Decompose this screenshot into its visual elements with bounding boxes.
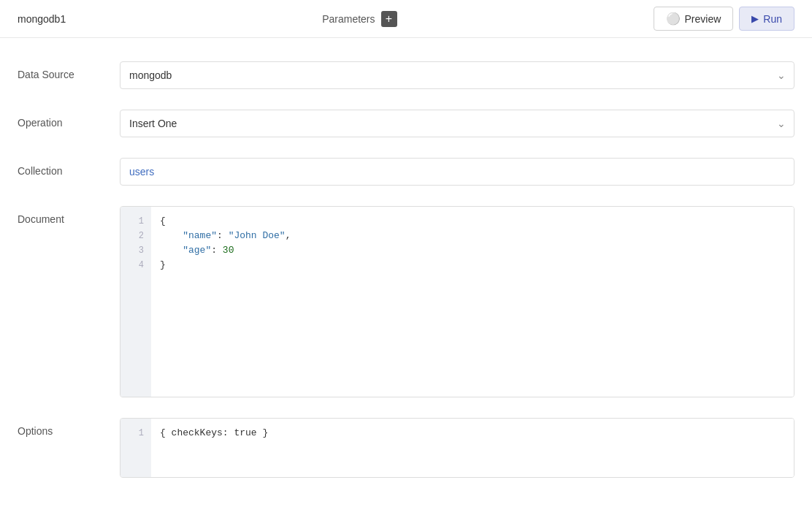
line-number-1: 1	[120, 214, 151, 229]
doc-line-4: }	[160, 258, 785, 272]
options-line-number-1: 1	[120, 426, 151, 441]
document-row: Document 1 2 3 4 { "name": "John Doe", "…	[18, 206, 794, 397]
data-source-select[interactable]: mongodb	[120, 61, 794, 89]
options-editor[interactable]: 1 { checkKeys: true }	[120, 418, 794, 478]
collection-label: Collection	[18, 158, 120, 177]
document-label: Document	[18, 206, 120, 225]
options-control: 1 { checkKeys: true }	[120, 418, 794, 478]
line-number-2: 2	[120, 229, 151, 243]
data-source-row: Data Source mongodb ⌄	[18, 61, 794, 89]
play-icon: ▶	[751, 13, 759, 24]
data-source-label: Data Source	[18, 61, 120, 80]
operation-control: Insert One ⌄	[120, 110, 794, 137]
options-line-numbers: 1	[120, 419, 151, 477]
add-parameter-button[interactable]: +	[381, 11, 397, 27]
collection-row: Collection	[18, 158, 794, 186]
operation-select-wrapper: Insert One ⌄	[120, 110, 794, 137]
preview-label: Preview	[685, 13, 721, 25]
run-label: Run	[763, 13, 782, 25]
main-content: Data Source mongodb ⌄ Operation Insert O…	[0, 38, 812, 522]
document-line-numbers: 1 2 3 4	[120, 207, 151, 397]
document-code-content: { "name": "John Doe", "age": 30 }	[151, 207, 794, 397]
data-source-control: mongodb ⌄	[120, 61, 794, 89]
top-bar-actions: ⚪ Preview ▶ Run	[654, 7, 794, 31]
operation-select[interactable]: Insert One	[120, 110, 794, 137]
top-bar: mongodb1 Parameters + ⚪ Preview ▶ Run	[0, 0, 812, 38]
parameters-label: Parameters	[322, 13, 375, 25]
document-editor-inner: 1 2 3 4 { "name": "John Doe", "age": 30 …	[120, 207, 794, 397]
document-editor[interactable]: 1 2 3 4 { "name": "John Doe", "age": 30 …	[120, 206, 794, 397]
parameters-section: Parameters +	[322, 11, 397, 27]
preview-button[interactable]: ⚪ Preview	[654, 7, 734, 31]
line-number-3: 3	[120, 243, 151, 258]
query-title: mongodb1	[18, 13, 66, 25]
run-button[interactable]: ▶ Run	[739, 7, 794, 31]
options-label: Options	[18, 418, 120, 437]
data-source-select-wrapper: mongodb ⌄	[120, 61, 794, 89]
options-line-1: { checkKeys: true }	[160, 426, 785, 441]
line-number-4: 4	[120, 258, 151, 272]
collection-control	[120, 158, 794, 186]
doc-line-1: {	[160, 214, 785, 229]
doc-line-2: "name": "John Doe",	[160, 229, 785, 243]
document-control: 1 2 3 4 { "name": "John Doe", "age": 30 …	[120, 206, 794, 397]
doc-line-3: "age": 30	[160, 243, 785, 258]
collection-input[interactable]	[120, 158, 794, 186]
options-code-content: { checkKeys: true }	[151, 419, 794, 477]
options-row: Options 1 { checkKeys: true }	[18, 418, 794, 478]
operation-label: Operation	[18, 110, 120, 129]
eye-icon: ⚪	[666, 12, 681, 26]
operation-row: Operation Insert One ⌄	[18, 110, 794, 137]
options-editor-inner: 1 { checkKeys: true }	[120, 419, 794, 477]
